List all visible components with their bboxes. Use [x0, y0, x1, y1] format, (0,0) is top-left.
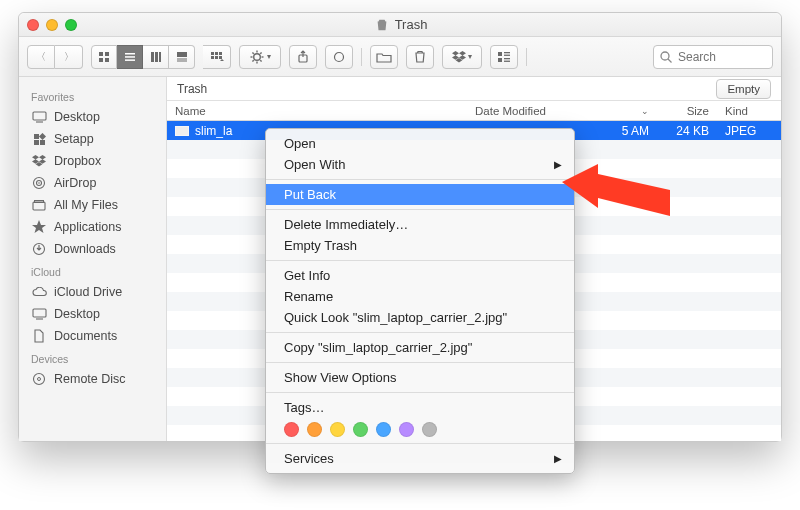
- dropbox-toolbar-button[interactable]: ▾: [442, 45, 482, 69]
- tag-gray[interactable]: [422, 422, 437, 437]
- sidebar-item-label: AirDrop: [54, 176, 96, 190]
- svg-point-29: [335, 52, 344, 61]
- desktop-icon: [31, 109, 47, 125]
- menu-item-quick-look[interactable]: Quick Look "slim_laptop_carrier_2.jpg": [266, 307, 574, 328]
- forward-button[interactable]: 〉: [55, 45, 83, 69]
- svg-line-27: [260, 52, 261, 53]
- airdrop-icon: [31, 175, 47, 191]
- view-icons-button[interactable]: [91, 45, 117, 69]
- menu-separator: [266, 332, 574, 333]
- pathbar: Trash Empty: [167, 77, 781, 101]
- view-list-button[interactable]: [117, 45, 143, 69]
- column-date[interactable]: Date Modified⌄: [467, 105, 657, 117]
- svg-rect-2: [99, 58, 103, 62]
- svg-rect-40: [34, 134, 39, 139]
- tag-orange[interactable]: [307, 422, 322, 437]
- action-menu-button[interactable]: ▾: [239, 45, 281, 69]
- menu-separator: [266, 362, 574, 363]
- svg-rect-11: [177, 58, 187, 59]
- svg-rect-7: [151, 52, 154, 62]
- view-columns-button[interactable]: [143, 45, 169, 69]
- sidebar-item-label: Desktop: [54, 110, 100, 124]
- svg-rect-41: [38, 133, 45, 140]
- menu-item-copy[interactable]: Copy "slim_laptop_carrier_2.jpg": [266, 337, 574, 358]
- svg-rect-15: [219, 52, 222, 55]
- zoom-window-button[interactable]: [65, 19, 77, 31]
- minimize-window-button[interactable]: [46, 19, 58, 31]
- tag-yellow[interactable]: [330, 422, 345, 437]
- view-coverflow-button[interactable]: [169, 45, 195, 69]
- tags-button[interactable]: [325, 45, 353, 69]
- search-field[interactable]: [653, 45, 773, 69]
- tag-blue[interactable]: [376, 422, 391, 437]
- menu-separator: [266, 260, 574, 261]
- column-size[interactable]: Size: [657, 105, 717, 117]
- menu-item-services[interactable]: Services▶: [266, 448, 574, 469]
- quicklook-button[interactable]: [490, 45, 518, 69]
- svg-rect-6: [125, 59, 135, 61]
- tag-purple[interactable]: [399, 422, 414, 437]
- menu-separator: [266, 392, 574, 393]
- back-button[interactable]: 〈: [27, 45, 55, 69]
- sidebar-item-allmyfiles[interactable]: All My Files: [19, 194, 166, 216]
- svg-rect-34: [504, 58, 510, 59]
- sidebar-item-downloads[interactable]: Downloads: [19, 238, 166, 260]
- desktop-icon: [31, 306, 47, 322]
- menu-item-open-with[interactable]: Open With▶: [266, 154, 574, 175]
- sidebar-item-label: Setapp: [54, 132, 94, 146]
- svg-point-52: [34, 374, 45, 385]
- file-size: 24 KB: [676, 124, 709, 138]
- sidebar-group-devices: Devices: [19, 347, 166, 368]
- sidebar-item-documents[interactable]: Documents: [19, 325, 166, 347]
- sidebar-item-dropbox[interactable]: Dropbox: [19, 150, 166, 172]
- sidebar-item-icloud-desktop[interactable]: Desktop: [19, 303, 166, 325]
- menu-item-show-view-options[interactable]: Show View Options: [266, 367, 574, 388]
- sidebar-item-label: Downloads: [54, 242, 116, 256]
- sidebar-item-label: All My Files: [54, 198, 118, 212]
- svg-point-19: [253, 53, 260, 60]
- sidebar-item-setapp[interactable]: Setapp: [19, 128, 166, 150]
- empty-trash-button[interactable]: Empty: [716, 79, 771, 99]
- sidebar-item-applications[interactable]: Applications: [19, 216, 166, 238]
- svg-rect-33: [498, 58, 502, 62]
- svg-rect-35: [504, 60, 510, 61]
- sidebar-item-desktop[interactable]: Desktop: [19, 106, 166, 128]
- menu-item-tags[interactable]: Tags…: [266, 397, 574, 418]
- menu-item-put-back[interactable]: Put Back: [266, 184, 574, 205]
- sidebar-item-airdrop[interactable]: AirDrop: [19, 172, 166, 194]
- menu-item-delete-immediately[interactable]: Delete Immediately…: [266, 214, 574, 235]
- finder-window: Trash 〈 〉 ▾ ▾ Favorit: [18, 12, 782, 442]
- close-window-button[interactable]: [27, 19, 39, 31]
- svg-rect-32: [504, 54, 510, 55]
- menu-item-rename[interactable]: Rename: [266, 286, 574, 307]
- svg-rect-10: [177, 52, 187, 57]
- svg-rect-4: [125, 53, 135, 55]
- sidebar-item-label: Applications: [54, 220, 121, 234]
- apps-icon: [31, 219, 47, 235]
- svg-rect-18: [219, 56, 222, 59]
- arrange-button[interactable]: [203, 45, 231, 69]
- tag-red[interactable]: [284, 422, 299, 437]
- menu-item-open[interactable]: Open: [266, 133, 574, 154]
- trash-button[interactable]: [406, 45, 434, 69]
- pathbar-location: Trash: [177, 82, 207, 96]
- sidebar-item-label: Remote Disc: [54, 372, 126, 386]
- sidebar-item-label: Desktop: [54, 307, 100, 321]
- tag-green[interactable]: [353, 422, 368, 437]
- sidebar-item-iclouddrive[interactable]: iCloud Drive: [19, 281, 166, 303]
- view-switcher: [91, 45, 195, 69]
- menu-item-get-info[interactable]: Get Info: [266, 265, 574, 286]
- trash-icon: [375, 18, 389, 32]
- svg-line-26: [252, 60, 253, 61]
- column-name[interactable]: Name: [167, 105, 467, 117]
- column-kind[interactable]: Kind: [717, 105, 781, 117]
- new-folder-button[interactable]: [370, 45, 398, 69]
- dropbox-icon: [31, 153, 47, 169]
- toolbar-divider: [361, 48, 362, 66]
- sidebar-item-remotedisc[interactable]: Remote Disc: [19, 368, 166, 390]
- svg-rect-0: [99, 52, 103, 56]
- svg-line-25: [260, 60, 261, 61]
- svg-rect-9: [159, 52, 161, 62]
- menu-item-empty-trash[interactable]: Empty Trash: [266, 235, 574, 256]
- share-button[interactable]: [289, 45, 317, 69]
